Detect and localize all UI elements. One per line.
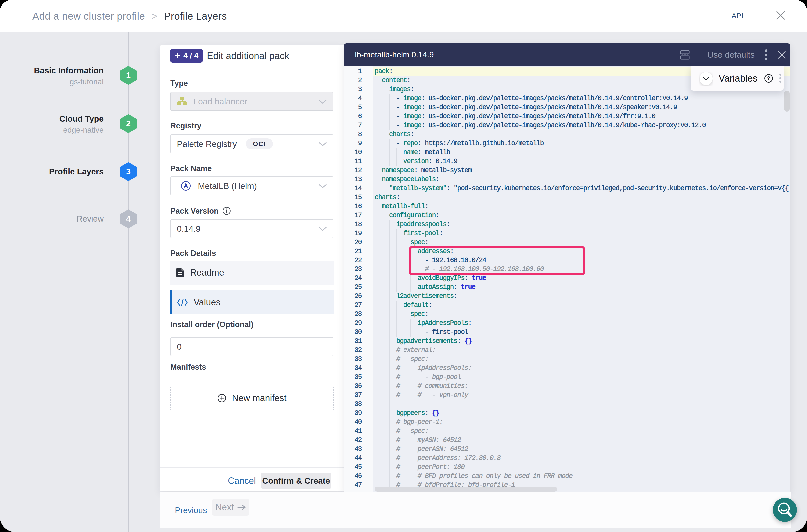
svg-text:?: ?: [767, 75, 770, 81]
